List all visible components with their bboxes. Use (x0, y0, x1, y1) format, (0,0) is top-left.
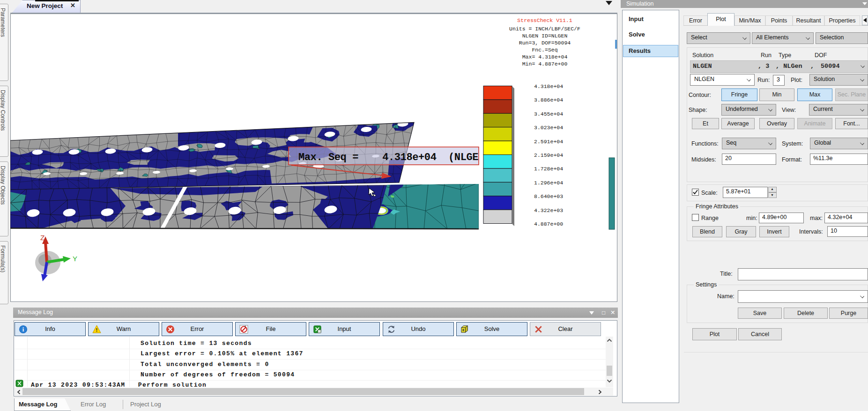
svg-text:Units = INCH/LBF/SEC/F: Units = INCH/LBF/SEC/F (509, 26, 580, 32)
svg-text:8.640e+03: 8.640e+03 (534, 193, 563, 199)
svg-text:4.887e+00: 4.887e+00 (534, 221, 563, 227)
svg-text:3.023e+04: 3.023e+04 (534, 125, 563, 131)
svg-text:2.159e+04: 2.159e+04 (534, 152, 563, 158)
svg-text:Min= 4.887e+00: Min= 4.887e+00 (522, 61, 568, 67)
svg-text:Fnc.=Seq: Fnc.=Seq (532, 47, 557, 53)
svg-text:Y: Y (73, 255, 77, 263)
svg-text:4.322e+03: 4.322e+03 (534, 207, 563, 213)
svg-text:Max= 4.318e+04: Max= 4.318e+04 (522, 54, 568, 60)
svg-text:4.318e+04: 4.318e+04 (534, 83, 563, 89)
svg-text:Z: Z (40, 234, 45, 242)
svg-text:1.296e+04: 1.296e+04 (534, 180, 563, 186)
svg-text:3.886e+04: 3.886e+04 (534, 97, 563, 103)
svg-text:1.728e+04: 1.728e+04 (534, 166, 563, 172)
svg-text:2.591e+04: 2.591e+04 (534, 139, 563, 145)
svg-text:NLGEN ID=NLGEN: NLGEN ID=NLGEN (522, 33, 568, 39)
svg-text:3.455e+04: 3.455e+04 (534, 111, 563, 117)
svg-text:StressCheck V11.1: StressCheck V11.1 (517, 17, 572, 23)
svg-text:Run=3, DOF=50094: Run=3, DOF=50094 (519, 40, 571, 46)
svg-text:Max. Seq = 4.318e+04 (NLGE: Max. Seq = 4.318e+04 (NLGE (298, 152, 478, 163)
